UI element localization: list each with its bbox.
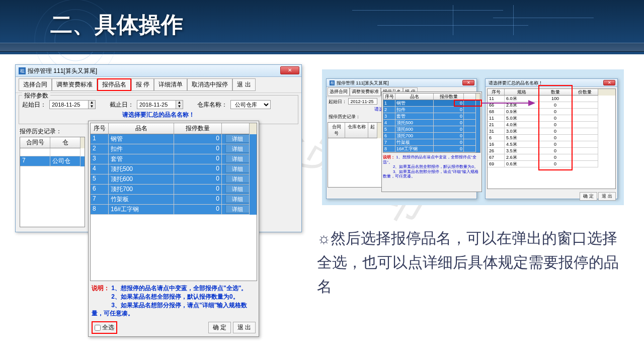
app-icon: 租 xyxy=(19,67,26,74)
slide-title: 二、具体操作 xyxy=(50,10,183,40)
col-seq: 序号 xyxy=(91,123,109,134)
warehouse-select[interactable]: 公司仓库 xyxy=(230,100,271,109)
adjust-fee-button[interactable]: 调整资费标准 xyxy=(52,78,97,91)
window-title: 报停管理 111[算头又算尾] xyxy=(28,65,97,77)
table-row[interactable]: 3套管0详细 xyxy=(91,154,257,164)
select-contract-button[interactable]: 选择合同 xyxy=(19,78,52,91)
table-row[interactable] xyxy=(20,148,85,156)
exit-button[interactable]: 退 出 xyxy=(232,78,255,91)
col-contract: 合同号 xyxy=(20,137,50,148)
small-item-popup: 序号 品名 报停数量 1钢管02扣件03套管04顶托50005顶托60006顶托… xyxy=(381,92,482,192)
end-date-label: 截止日： xyxy=(110,101,134,109)
window-titlebar[interactable]: 租 报停管理 111[算头又算尾] ✕ xyxy=(16,65,301,77)
stop-item-button[interactable]: 报停品名 xyxy=(97,78,131,91)
detail-button[interactable]: 详细 xyxy=(225,164,250,173)
table-row[interactable]: 816#工字钢0详细 xyxy=(91,205,257,215)
detail-button[interactable]: 详细 xyxy=(225,195,250,203)
close-icon[interactable]: ✕ xyxy=(280,66,299,74)
table-row[interactable]: 1钢管0详细 xyxy=(91,134,257,144)
ok-button[interactable]: 确 定 xyxy=(208,322,231,333)
params-fieldset: 报停参数 起始日： ▲▼ 截止日： ▲▼ 仓库名称： 公司仓库 请选择要汇总的品… xyxy=(19,95,298,124)
history-grid[interactable]: 合同号 仓 7 公司仓 xyxy=(20,137,85,227)
detail-button[interactable]: 详细 xyxy=(225,185,250,193)
note-1: 1、想报停的品名请点中变蓝，全部报停点"全选"。 xyxy=(111,285,247,292)
select-all-checkbox[interactable]: 全选 xyxy=(92,321,117,334)
detail-button[interactable]: 详细 xyxy=(225,154,250,163)
col-detail xyxy=(222,123,250,134)
item-grid[interactable]: 序号 品名 报停数量 1钢管0详细2扣件0详细3套管0详细4顶托5000详细5顶… xyxy=(90,123,257,281)
table-row[interactable]: 2扣件0详细 xyxy=(91,144,257,154)
secondary-screenshot: 租 报停管理 111[算头又算尾] ✕ 选择合同 调整资费标准 报停品名 报 停… xyxy=(322,69,624,205)
toolbar: 选择合同 调整资费标准 报停品名 报 停 详细清单 取消选中报停 退 出 xyxy=(16,77,301,93)
col-warehouse: 仓 xyxy=(50,137,80,148)
detail-button[interactable]: 详细 xyxy=(225,174,250,183)
table-row[interactable]: 7竹架板0详细 xyxy=(91,195,257,205)
table-row[interactable]: 5顶托6000详细 xyxy=(91,174,257,185)
detail-button[interactable]: 详细 xyxy=(225,144,250,153)
col-name: 品名 xyxy=(109,123,174,134)
note-2: 2、如果某品名想全部报停，默认报停数量为0。 xyxy=(111,293,238,300)
notes-label: 说明： xyxy=(92,285,110,292)
item-popup: 序号 品名 报停数量 1钢管0详细2扣件0详细3套管0详细4顶托5000详细5顶… xyxy=(88,121,259,337)
spinner-icon[interactable]: ▲▼ xyxy=(89,100,96,109)
detail-button[interactable]: 详细 xyxy=(225,205,250,213)
start-date-input[interactable] xyxy=(49,100,89,109)
warehouse-label: 仓库名称： xyxy=(197,101,227,109)
small-detail-window: 请选择要汇总的品名名称！ ✕ 序号 规格 数量 价数量 116.0米100662… xyxy=(485,78,618,199)
end-date-input[interactable] xyxy=(137,100,176,109)
spinner-icon[interactable]: ▲▼ xyxy=(176,100,183,109)
note-3: 3、如果某品名想部分报停，请点"详细"输入规格数量，可任意凑。 xyxy=(92,302,247,317)
exit-button[interactable]: 退 出 xyxy=(233,322,256,333)
stop-button[interactable]: 报 停 xyxy=(131,78,154,91)
start-date-label: 起始日： xyxy=(22,101,46,109)
detail-list-button[interactable]: 详细清单 xyxy=(154,78,187,91)
params-legend: 报停参数 xyxy=(22,92,50,100)
hint-text: 请选择要汇总的品名名称！ xyxy=(22,111,295,119)
table-row[interactable]: 4顶托5000详细 xyxy=(91,164,257,174)
table-row[interactable]: 7 公司仓 xyxy=(20,156,85,166)
slide-body: ☼然后选择报停品名，可以在弹出的窗口选择全选，也可以点详细后具体规定需要报停的品… xyxy=(317,226,619,299)
cancel-stop-button[interactable]: 取消选中报停 xyxy=(187,78,232,91)
col-qty: 报停数量 xyxy=(174,123,222,134)
table-row[interactable]: 6顶托7000详细 xyxy=(91,185,257,195)
detail-button[interactable]: 详细 xyxy=(225,134,250,143)
